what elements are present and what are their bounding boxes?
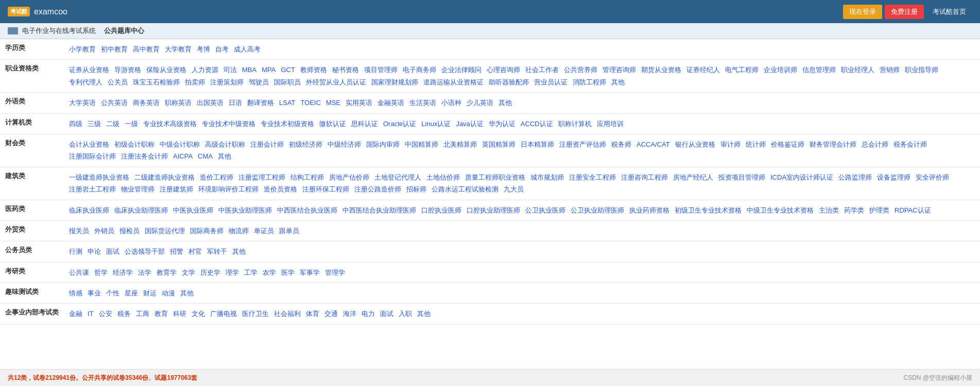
category-item-link[interactable]: 临床执业助理医师 [114,206,168,214]
category-item-link[interactable]: 专业技术高级资格 [143,120,197,128]
category-item-link[interactable]: 招警 [170,248,183,255]
login-button[interactable]: 现在登录 [843,5,882,19]
category-item-link[interactable]: 国际内审师 [366,141,400,148]
category-item-link[interactable]: 四级 [69,120,82,128]
category-item-link[interactable]: 公卫执业医师 [525,206,565,214]
category-item-link[interactable]: 高级会计职称 [205,141,245,148]
category-item-link[interactable]: 护理类 [869,206,889,214]
category-item-link[interactable]: MPA [262,66,276,74]
category-item-link[interactable]: 造价工程师 [200,173,233,181]
category-item-link[interactable]: 招标师 [406,185,426,193]
category-item-link[interactable]: 中级卫生专业技术资格 [747,206,814,214]
category-item-link[interactable]: 星座 [125,289,138,297]
category-item-link[interactable]: 九大员 [504,185,524,193]
category-item-link[interactable]: 专业技术初级资格 [261,120,314,128]
category-item-link[interactable]: TOEIC [301,99,321,107]
category-item-link[interactable]: 会计从业资格 [69,141,109,148]
category-item-link[interactable]: 注册会计师 [250,141,284,148]
category-item-link[interactable]: 中级会计职称 [160,141,200,148]
category-item-link[interactable]: 职称计算机 [558,120,592,128]
category-item-link[interactable]: 其他 [218,152,231,160]
category-item-link[interactable]: 职业指导师 [905,66,938,74]
category-item-link[interactable]: 临床执业医师 [69,206,109,214]
category-item-link[interactable]: 司法 [223,66,237,74]
category-item-link[interactable]: 中西医结合执业医师 [277,206,337,214]
category-item-link[interactable]: 国际货运代理 [145,227,185,235]
category-item-link[interactable]: IT [88,310,94,318]
category-item-link[interactable]: 期货从业资格 [641,66,681,74]
category-item-link[interactable]: 人力资源 [192,66,218,74]
category-item-link[interactable]: 电子商务师 [403,66,436,74]
category-item-link[interactable]: AICPA [173,152,193,160]
category-item-link[interactable]: 税务会计师 [893,141,927,148]
category-item-link[interactable]: 公路水运工程试验检测 [432,185,498,193]
category-item-link[interactable]: 中医执业助理医师 [218,206,272,214]
category-item-link[interactable]: 高中教育 [133,45,160,53]
category-item-link[interactable]: Linux认证 [421,120,451,128]
category-item-link[interactable]: 注册环保工程师 [302,185,349,193]
category-item-link[interactable]: 执业药师资格 [629,206,669,214]
category-item-link[interactable]: 质量工程师职业资格 [465,173,525,181]
category-item-link[interactable]: 物流师 [229,227,249,235]
category-item-link[interactable]: ACCA/CAT [637,141,670,148]
register-button[interactable]: 免费注册 [885,5,924,19]
category-item-link[interactable]: 企业培训师 [764,66,797,74]
category-item-link[interactable]: 历史学 [200,269,220,276]
category-item-link[interactable]: 个性 [106,289,119,297]
category-item-link[interactable]: 金融英语 [377,99,404,107]
category-item-link[interactable]: 造价员资格 [264,185,297,193]
category-item-link[interactable]: 文学 [182,269,195,276]
category-item-link[interactable]: 入职 [399,310,412,318]
category-item-link[interactable]: 村官 [188,248,202,255]
category-item-link[interactable]: 交通 [324,310,338,318]
category-item-link[interactable]: 其他 [417,310,431,318]
category-item-link[interactable]: 公选领导干部 [125,248,165,255]
category-item-link[interactable]: 中级经济师 [328,141,361,148]
category-item-link[interactable]: 广播电视 [210,310,237,318]
category-item-link[interactable]: 工学 [244,269,257,276]
category-item-link[interactable]: 营销师 [880,66,900,74]
category-item-link[interactable]: 初级会计职称 [114,141,154,148]
category-item-link[interactable]: Java认证 [456,120,483,128]
category-item-link[interactable]: 军事学 [300,269,320,276]
category-item-link[interactable]: 土地登记代理人 [374,173,421,181]
category-item-link[interactable]: 价格鉴证师 [771,141,804,148]
category-item-link[interactable]: 事业 [88,289,101,297]
category-item-link[interactable]: 华为认证 [489,120,515,128]
category-item-link[interactable]: 军转干 [207,248,227,255]
category-item-link[interactable]: 口腔执业医师 [421,206,461,214]
category-item-link[interactable]: CMA [198,152,213,160]
category-item-link[interactable]: 北美精算师 [443,141,477,148]
category-item-link[interactable]: 微软认证 [319,120,346,128]
category-item-link[interactable]: 房地产估价师 [329,173,369,181]
category-item-link[interactable]: 项目管理师 [364,66,398,74]
category-item-link[interactable]: 社会工作者 [525,66,559,74]
category-item-link[interactable]: 消防工程师 [573,78,606,86]
category-item-link[interactable]: 报检员 [119,227,140,235]
category-item-link[interactable]: 哲学 [94,269,108,276]
category-item-link[interactable]: 注册策划师 [210,78,244,86]
category-item-link[interactable]: 外经贸从业人员认证 [306,78,366,86]
category-item-link[interactable]: 一级建造师执业资格 [69,173,129,181]
category-item-link[interactable]: 商务英语 [133,99,160,107]
category-item-link[interactable]: 主治类 [819,206,839,214]
category-item-link[interactable]: 审计师 [720,141,741,148]
category-item-link[interactable]: 中国精算师 [405,141,438,148]
category-item-link[interactable]: 公路监理师 [838,173,872,181]
category-item-link[interactable]: 小语种 [441,99,461,107]
category-item-link[interactable]: MSE [326,99,340,107]
category-item-link[interactable]: 财务管理会计师 [810,141,856,148]
category-item-link[interactable]: 农学 [263,269,276,276]
category-item-link[interactable]: 秘书资格 [332,66,359,74]
category-item-link[interactable]: 拍卖师 [185,78,205,86]
category-item-link[interactable]: LSAT [279,99,296,107]
category-item-link[interactable]: 金融 [69,310,82,318]
category-item-link[interactable]: 注册建筑师 [160,185,193,193]
category-item-link[interactable]: 注册咨询工程师 [621,173,668,181]
category-item-link[interactable]: 心理咨询师 [487,66,520,74]
category-item-link[interactable]: 房地产经纪人 [673,173,713,181]
category-item-link[interactable]: 安全评价师 [916,173,949,181]
category-item-link[interactable]: 管理学 [325,269,345,276]
category-item-link[interactable]: 注册公路造价师 [354,185,401,193]
category-item-link[interactable]: 跟单员 [279,227,299,235]
